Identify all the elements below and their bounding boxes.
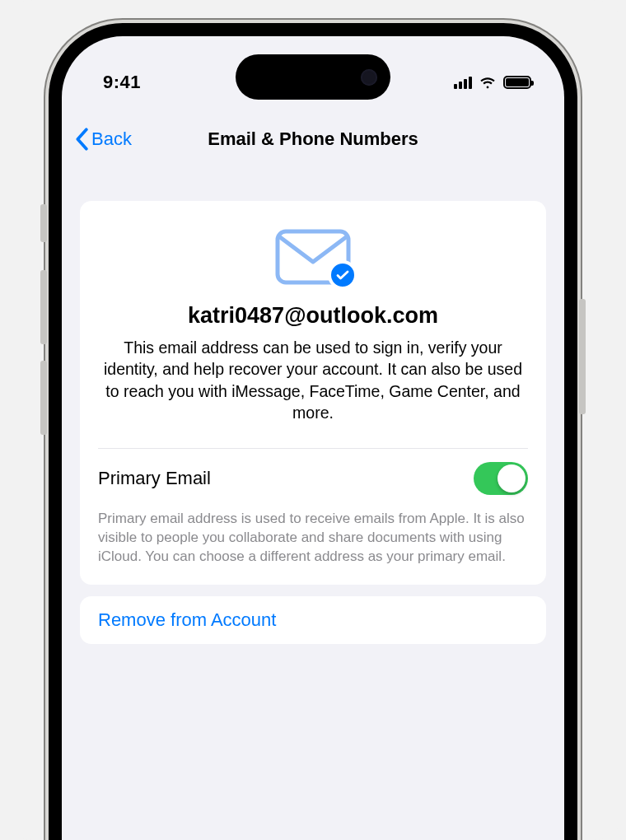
chevron-left-icon — [73, 128, 90, 151]
content: katri0487@outlook.com This email address… — [80, 201, 546, 644]
screen: 9:41 Back — [62, 36, 564, 840]
nav-bar: Back Email & Phone Numbers — [62, 114, 564, 165]
side-button — [40, 361, 47, 435]
back-label: Back — [91, 128, 132, 150]
checkmark-badge-icon — [328, 260, 357, 290]
primary-email-toggle[interactable] — [474, 462, 528, 495]
phone-frame: 9:41 Back — [49, 23, 577, 840]
email-header: katri0487@outlook.com This email address… — [80, 201, 546, 448]
wifi-icon — [479, 73, 497, 91]
page-title: Email & Phone Numbers — [208, 128, 418, 150]
status-time: 9:41 — [103, 72, 141, 93]
email-card: katri0487@outlook.com This email address… — [80, 201, 546, 585]
primary-email-row: Primary Email — [80, 449, 546, 510]
back-button[interactable]: Back — [73, 128, 132, 151]
email-description: This email address can be used to sign i… — [101, 337, 525, 423]
cellular-icon — [454, 76, 472, 89]
remove-from-account-button[interactable]: Remove from Account — [80, 596, 546, 644]
switch-knob — [498, 464, 526, 492]
side-button — [579, 299, 586, 414]
battery-icon — [503, 76, 531, 89]
email-address: katri0487@outlook.com — [101, 303, 525, 329]
status-icons — [454, 73, 531, 91]
side-button — [40, 204, 47, 242]
camera-icon — [361, 69, 377, 86]
mail-verified-icon — [275, 229, 351, 285]
remove-label: Remove from Account — [98, 609, 528, 631]
primary-email-footer: Primary email address is used to receive… — [80, 510, 546, 585]
dynamic-island — [236, 54, 390, 100]
side-button — [40, 270, 47, 344]
primary-email-label: Primary Email — [98, 468, 211, 489]
